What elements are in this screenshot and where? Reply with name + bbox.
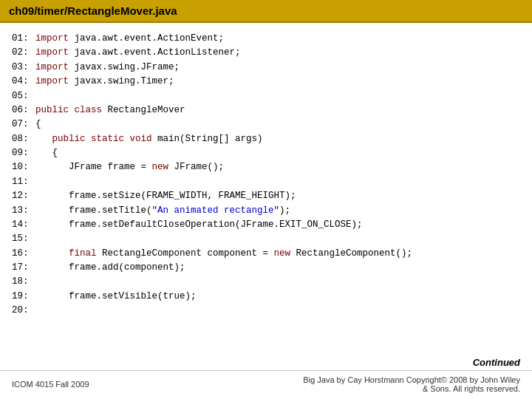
code-text: frame.setVisible(true); <box>35 290 520 304</box>
table-row: 12: frame.setSize(FRAME_WIDTH, FRAME_HEI… <box>12 189 520 203</box>
code-text: import java.awt.event.ActionEvent; <box>35 32 520 46</box>
table-row: 05: <box>12 89 520 103</box>
line-number: 10: <box>12 160 35 174</box>
line-number: 06: <box>12 103 35 117</box>
code-text: frame.setDefaultCloseOperation(JFrame.EX… <box>35 218 520 232</box>
line-number: 03: <box>12 61 35 75</box>
title-bar: ch09/timer/RectangleMover.java <box>0 0 532 23</box>
table-row: 19: frame.setVisible(true); <box>12 290 520 304</box>
line-number: 18: <box>12 275 35 289</box>
footer-right: Big Java by Cay Horstmann Copyright© 200… <box>303 375 520 393</box>
code-text: frame.add(component); <box>35 261 520 275</box>
table-row: 14: frame.setDefaultCloseOperation(JFram… <box>12 218 520 232</box>
table-row: 01:import java.awt.event.ActionEvent; <box>12 32 520 46</box>
line-number: 11: <box>12 175 35 189</box>
code-text: import javax.swing.Timer; <box>35 75 520 89</box>
line-number: 05: <box>12 89 35 103</box>
line-number: 17: <box>12 261 35 275</box>
code-text: import javax.swing.JFrame; <box>35 61 520 75</box>
line-number: 15: <box>12 232 35 246</box>
code-text <box>35 275 520 289</box>
table-row: 15: <box>12 232 520 246</box>
line-number: 20: <box>12 304 35 318</box>
table-row: 16: final RectangleComponent component =… <box>12 247 520 261</box>
line-number: 04: <box>12 75 35 89</box>
footer-left: ICOM 4015 Fall 2009 <box>12 380 89 389</box>
code-text <box>35 89 520 103</box>
code-text: public class RectangleMover <box>35 103 520 117</box>
code-content: 01:import java.awt.event.ActionEvent;02:… <box>0 23 532 324</box>
table-row: 13: frame.setTitle("An animated rectangl… <box>12 204 520 218</box>
code-text: { <box>35 117 520 132</box>
code-text: import java.awt.event.ActionListener; <box>35 46 520 60</box>
page-title: ch09/timer/RectangleMover.java <box>9 4 177 17</box>
table-row: 06:public class RectangleMover <box>12 103 520 117</box>
line-number: 07: <box>12 117 35 132</box>
table-row: 02:import java.awt.event.ActionListener; <box>12 46 520 60</box>
continued-label: Continued <box>473 357 520 368</box>
footer: ICOM 4015 Fall 2009 Big Java by Cay Hors… <box>0 370 532 399</box>
code-text: frame.setTitle("An animated rectangle"); <box>35 204 520 218</box>
line-number: 14: <box>12 218 35 232</box>
code-text: { <box>35 146 520 160</box>
line-number: 01: <box>12 32 35 46</box>
code-text: frame.setSize(FRAME_WIDTH, FRAME_HEIGHT)… <box>35 189 520 203</box>
code-text <box>35 175 520 189</box>
code-text: final RectangleComponent component = new… <box>35 247 520 261</box>
line-number: 09: <box>12 146 35 160</box>
line-number: 02: <box>12 46 35 60</box>
table-row: 03:import javax.swing.JFrame; <box>12 61 520 75</box>
line-number: 12: <box>12 189 35 203</box>
table-row: 20: <box>12 304 520 318</box>
code-area: 01:import java.awt.event.ActionEvent;02:… <box>12 32 520 318</box>
line-number: 13: <box>12 204 35 218</box>
code-text: public static void main(String[] args) <box>35 132 520 146</box>
table-row: 17: frame.add(component); <box>12 261 520 275</box>
code-text: JFrame frame = new JFrame(); <box>35 160 520 174</box>
table-row: 07:{ <box>12 117 520 132</box>
code-text <box>35 304 520 318</box>
table-row: 18: <box>12 275 520 289</box>
table-row: 08: public static void main(String[] arg… <box>12 132 520 146</box>
line-number: 16: <box>12 247 35 261</box>
table-row: 10: JFrame frame = new JFrame(); <box>12 160 520 174</box>
table-row: 11: <box>12 175 520 189</box>
table-row: 04:import javax.swing.Timer; <box>12 75 520 89</box>
code-text <box>35 232 520 246</box>
line-number: 08: <box>12 132 35 146</box>
table-row: 09: { <box>12 146 520 160</box>
line-number: 19: <box>12 290 35 304</box>
